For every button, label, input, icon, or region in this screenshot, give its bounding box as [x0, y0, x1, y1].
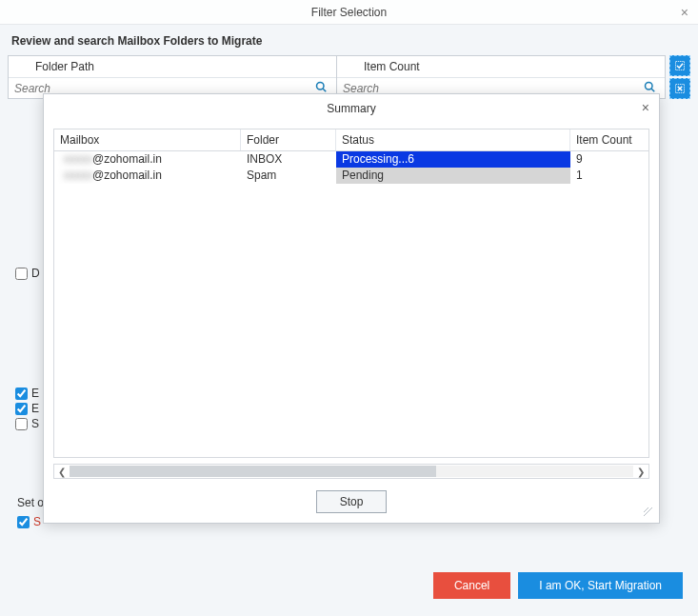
svg-line-3 — [651, 89, 654, 91]
start-migration-button[interactable]: I am OK, Start Migration — [518, 572, 683, 599]
scroll-track[interactable] — [70, 466, 633, 477]
left-options-group: D E E S — [15, 267, 40, 432]
modal-title: Summary — [327, 102, 375, 115]
select-all-button[interactable] — [669, 55, 690, 76]
selection-side-buttons — [669, 55, 690, 99]
option-s-checkbox[interactable] — [15, 418, 28, 430]
titlebar: Filter Selection × — [0, 0, 698, 25]
summary-table: Mailbox Folder Status Item Count xxxxx@z… — [53, 129, 649, 458]
modal-close-icon[interactable]: × — [642, 100, 649, 115]
red-option-checkbox[interactable] — [17, 516, 30, 528]
red-option-label: S — [33, 515, 41, 528]
stop-button[interactable]: Stop — [316, 490, 388, 513]
option-e1-checkbox[interactable] — [15, 387, 28, 400]
option-d-checkbox[interactable] — [15, 268, 28, 280]
table-row[interactable]: xxxxx@zohomail.inSpamPending1 — [54, 168, 648, 184]
summary-table-head: Mailbox Folder Status Item Count — [54, 129, 648, 151]
summary-table-body: xxxxx@zohomail.inINBOXProcessing...69xxx… — [54, 151, 648, 457]
resize-grip-icon[interactable] — [644, 507, 653, 517]
window-close-icon[interactable]: × — [681, 0, 688, 25]
option-e2-label: E — [31, 402, 39, 415]
cell-mailbox: xxxxx@zohomail.in — [54, 168, 241, 184]
cancel-button[interactable]: Cancel — [433, 572, 510, 599]
col-status-header[interactable]: Status — [336, 129, 570, 150]
window-title: Filter Selection — [311, 6, 387, 19]
cell-status: Pending — [336, 168, 570, 184]
option-d-label: D — [31, 267, 40, 280]
deselect-all-button[interactable] — [669, 78, 690, 99]
page-subheader: Review and search Mailbox Folders to Mig… — [0, 25, 698, 55]
folder-path-header: Folder Path — [9, 56, 336, 78]
table-row[interactable]: xxxxx@zohomail.inINBOXProcessing...69 — [54, 151, 648, 168]
svg-point-0 — [317, 83, 325, 90]
option-e1-label: E — [31, 387, 39, 400]
option-s-label: S — [31, 417, 39, 430]
cell-folder: Spam — [241, 168, 336, 184]
scroll-left-icon[interactable]: ❮ — [54, 467, 70, 477]
cell-count: 9 — [570, 151, 648, 168]
cell-status: Processing...6 — [336, 151, 570, 168]
set-label: Set o — [17, 496, 44, 509]
footer-buttons: Cancel I am OK, Start Migration — [433, 572, 683, 599]
option-e2-checkbox[interactable] — [15, 403, 28, 415]
red-option: S — [17, 515, 41, 528]
col-folder-header[interactable]: Folder — [241, 129, 336, 150]
summary-modal: Summary × Mailbox Folder Status Item Cou… — [43, 93, 660, 524]
svg-rect-4 — [676, 62, 685, 70]
modal-titlebar: Summary × — [44, 94, 659, 123]
svg-point-2 — [646, 83, 653, 90]
cell-folder: INBOX — [241, 151, 336, 168]
scroll-right-icon[interactable]: ❯ — [633, 467, 648, 477]
horizontal-scrollbar[interactable]: ❮ ❯ — [53, 464, 649, 479]
col-count-header[interactable]: Item Count — [570, 129, 648, 150]
svg-line-1 — [323, 89, 326, 91]
scroll-thumb[interactable] — [70, 466, 436, 477]
modal-footer: Stop — [44, 481, 659, 523]
cell-count: 1 — [570, 168, 648, 184]
col-mailbox-header[interactable]: Mailbox — [54, 129, 241, 150]
cell-mailbox: xxxxx@zohomail.in — [54, 151, 241, 168]
item-count-header: Item Count — [337, 56, 665, 78]
